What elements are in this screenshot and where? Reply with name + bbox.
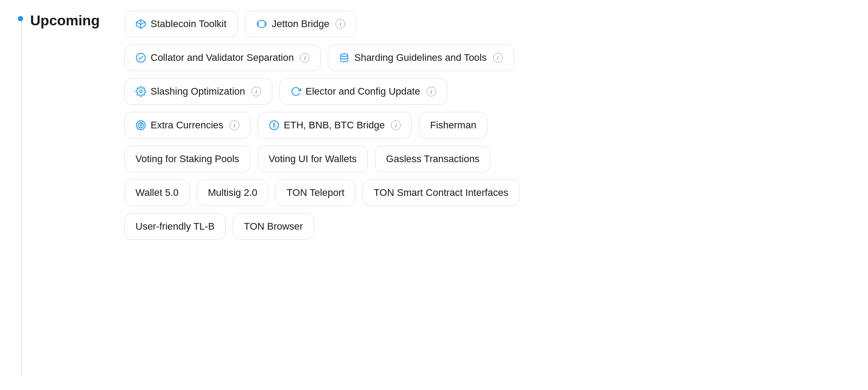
chip-label: Stablecoin Toolkit [151, 18, 227, 30]
chip-jetton-bridge[interactable]: Jetton Bridge i [245, 11, 357, 37]
info-icon[interactable]: i [493, 53, 503, 63]
chip-gasless-transactions[interactable]: Gasless Transactions [375, 146, 490, 172]
row-4: ₮ Extra Currencies i ₿ ETH, BNB, BTC Bri… [124, 112, 850, 139]
chip-multisig-2[interactable]: Multisig 2.0 [197, 179, 268, 206]
row-6: Wallet 5.0 Multisig 2.0 TON Teleport TON… [124, 179, 850, 206]
row-3: Slashing Optimization i Elector and Conf… [124, 78, 850, 105]
chip-ton-browser[interactable]: TON Browser [233, 213, 314, 240]
chip-collator-validator[interactable]: Collator and Validator Separation i [124, 44, 321, 71]
svg-text:₮: ₮ [139, 123, 143, 128]
gear-icon [135, 86, 146, 97]
chip-label: Collator and Validator Separation [151, 52, 294, 64]
chip-elector-config[interactable]: Elector and Config Update i [279, 78, 447, 105]
chip-label: TON Teleport [287, 187, 344, 199]
chip-wallet-5[interactable]: Wallet 5.0 [124, 179, 190, 206]
row-1: Stablecoin Toolkit Jetton Bridge i [124, 11, 850, 37]
chip-label: TON Browser [244, 221, 303, 232]
chip-label: TON Smart Contract Interfaces [374, 187, 508, 199]
currency-icon: ₮ [135, 120, 146, 131]
chip-sharding-guidelines[interactable]: Sharding Guidelines and Tools i [328, 44, 514, 71]
chip-label: ETH, BNB, BTC Bridge [284, 119, 385, 131]
chip-slashing-optimization[interactable]: Slashing Optimization i [124, 78, 272, 105]
row-2: Collator and Validator Separation i Shar… [124, 44, 850, 71]
chip-voting-staking[interactable]: Voting for Staking Pools [124, 146, 251, 172]
row-7: User-friendly TL-B TON Browser [124, 213, 850, 240]
chip-extra-currencies[interactable]: ₮ Extra Currencies i [124, 112, 251, 139]
diamond-icon [135, 19, 146, 29]
svg-line-1 [136, 22, 141, 24]
page-container: Upcoming Stablecoin Toolkit [0, 11, 868, 377]
info-icon[interactable]: i [335, 19, 345, 29]
sidebar-line [21, 21, 22, 377]
check-circle-icon [135, 52, 146, 63]
info-icon[interactable]: i [426, 87, 436, 96]
bridge-icon [256, 19, 267, 29]
info-icon[interactable]: i [230, 120, 239, 130]
info-icon[interactable]: i [251, 87, 261, 96]
sidebar-dot [18, 16, 23, 21]
chip-ton-smart-contract[interactable]: TON Smart Contract Interfaces [362, 179, 519, 206]
main-content: Stablecoin Toolkit Jetton Bridge i [124, 11, 850, 240]
row-5: Voting for Staking Pools Voting UI for W… [124, 146, 850, 172]
svg-point-7 [139, 90, 142, 93]
chip-label: Jetton Bridge [272, 18, 330, 30]
chip-label: Extra Currencies [151, 119, 223, 131]
chip-label: Multisig 2.0 [208, 187, 257, 199]
info-icon[interactable]: i [300, 53, 310, 63]
chip-label: Wallet 5.0 [135, 187, 179, 199]
refresh-icon [291, 86, 301, 97]
chip-stablecoin-toolkit[interactable]: Stablecoin Toolkit [124, 11, 238, 37]
chip-label: User-friendly TL-B [135, 221, 215, 232]
svg-point-6 [341, 54, 348, 56]
chip-label: Slashing Optimization [151, 86, 245, 97]
chip-ton-teleport[interactable]: TON Teleport [275, 179, 355, 206]
chip-eth-bnb-btc[interactable]: ₿ ETH, BNB, BTC Bridge i [258, 112, 412, 139]
info-icon[interactable]: i [391, 120, 401, 130]
chip-label: Fisherman [430, 119, 476, 131]
chip-label: Sharding Guidelines and Tools [354, 52, 486, 64]
chip-label: Gasless Transactions [386, 153, 479, 165]
chip-label: Elector and Config Update [306, 86, 420, 97]
chip-fisherman[interactable]: Fisherman [419, 112, 487, 139]
database-icon [339, 52, 350, 63]
chip-user-friendly-tlb[interactable]: User-friendly TL-B [124, 213, 226, 240]
svg-line-2 [141, 22, 145, 24]
chip-label: Voting for Staking Pools [135, 153, 239, 165]
svg-text:₿: ₿ [273, 123, 275, 128]
sidebar-title: Upcoming [30, 12, 100, 29]
chip-label: Voting UI for Wallets [269, 153, 357, 165]
bitcoin-icon: ₿ [269, 120, 279, 131]
sidebar: Upcoming [18, 11, 107, 377]
chip-voting-ui[interactable]: Voting UI for Wallets [258, 146, 368, 172]
